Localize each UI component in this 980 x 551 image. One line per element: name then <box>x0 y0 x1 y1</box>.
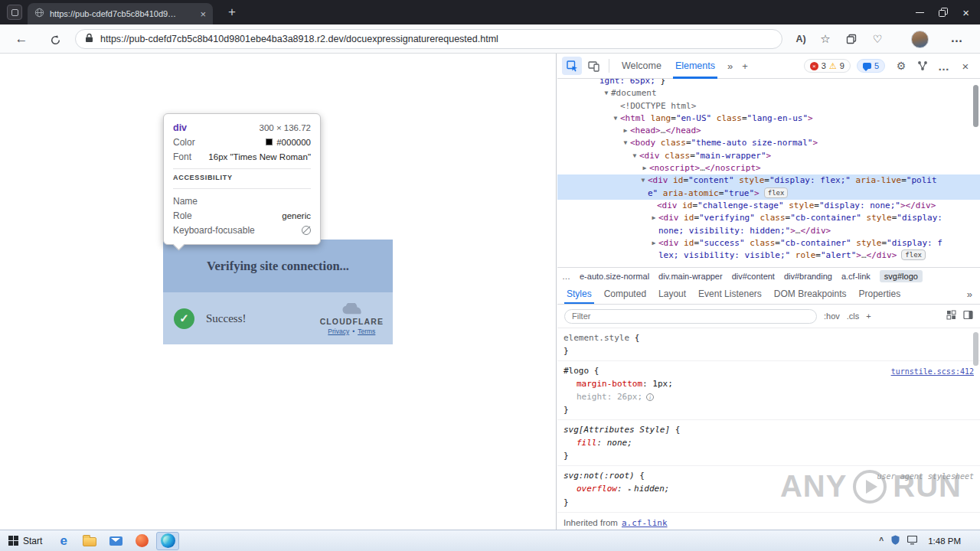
dom-scrollbar-thumb[interactable] <box>973 85 978 127</box>
breadcrumb-item[interactable]: div#content <box>732 272 775 281</box>
styles-scrollbar-thumb[interactable] <box>973 332 978 366</box>
breadcrumb-item[interactable]: svg#logo <box>880 270 923 282</box>
expand-shorthand-icon[interactable]: ▸ <box>628 486 632 493</box>
window-restore-button[interactable] <box>939 8 948 17</box>
dom-tree-line[interactable]: e" aria-atomic="true">flex <box>557 187 980 200</box>
tray-chevron-up-icon[interactable]: ^ <box>879 536 884 545</box>
styles-tab-layout[interactable]: Layout <box>652 284 692 305</box>
dom-tree-line[interactable]: ▶<noscript>…</noscript> <box>557 162 980 174</box>
device-toolbar-icon[interactable] <box>583 57 603 75</box>
styles-tab-properties[interactable]: Properties <box>853 284 907 305</box>
css-property[interactable]: fill: none; <box>564 436 974 449</box>
styles-tab-dom-breakpoints[interactable]: DOM Breakpoints <box>768 284 853 305</box>
dom-tree-line[interactable]: <!DOCTYPE html> <box>557 100 980 112</box>
taskbar-ie-icon[interactable]: e <box>52 532 75 550</box>
css-property[interactable]: height: 26px;i <box>564 390 974 403</box>
tree-expand-arrow[interactable]: ▼ <box>630 150 639 162</box>
styles-filter-input[interactable] <box>564 309 817 324</box>
toggle-class-button[interactable]: .cls <box>847 311 860 321</box>
browser-tab[interactable]: https://pub-cdefd7cb5c8b410d9… × <box>28 3 213 24</box>
tab-actions-icon[interactable] <box>7 5 22 20</box>
settings-menu-icon[interactable]: … <box>948 31 966 48</box>
issues-badge[interactable]: 5 <box>857 59 885 73</box>
style-selector[interactable]: svg:not(:root) <box>564 471 635 481</box>
dom-tree-line[interactable]: ▶<head>…</head> <box>557 125 980 137</box>
styles-tab-styles[interactable]: Styles <box>560 284 598 305</box>
devtools-tab-welcome[interactable]: Welcome <box>615 54 668 79</box>
errors-warnings-badge[interactable]: × 3 ⚠ 9 <box>804 59 851 73</box>
sidebar-toggle-icon[interactable] <box>963 309 973 323</box>
lock-icon[interactable] <box>85 32 93 46</box>
styles-tab-event-listeners[interactable]: Event Listeners <box>692 284 768 305</box>
read-aloud-icon[interactable]: A) <box>792 31 810 48</box>
dom-tree-line[interactable]: ▶<div id="success" class="cb-container" … <box>557 237 980 249</box>
tree-expand-arrow[interactable]: ▶ <box>640 162 649 174</box>
dom-tree-line[interactable]: ▼<div id="content" style="display: flex;… <box>557 174 980 187</box>
tray-network-icon[interactable] <box>907 534 917 548</box>
style-selector[interactable]: element.style <box>564 333 629 343</box>
window-minimize-button[interactable] <box>916 12 924 13</box>
css-property[interactable]: overflow: ▸hidden; <box>564 482 974 496</box>
taskbar-clock[interactable]: 1:48 PM <box>928 536 961 546</box>
devtools-connections-icon[interactable] <box>913 57 933 75</box>
start-button[interactable]: Start <box>0 530 51 551</box>
taskbar-app-orange-icon[interactable] <box>130 532 153 550</box>
styles-tab-computed[interactable]: Computed <box>598 284 652 305</box>
tree-expand-arrow[interactable]: ▼ <box>611 112 620 125</box>
tree-expand-arrow[interactable]: ▶ <box>649 212 658 224</box>
rendering-swatches-icon[interactable] <box>946 309 956 323</box>
tray-shield-icon[interactable] <box>891 534 900 548</box>
tab-close-icon[interactable]: × <box>200 9 206 19</box>
more-tabs-icon[interactable]: » <box>724 60 737 72</box>
taskbar-mail-icon[interactable] <box>104 532 127 550</box>
add-tab-icon[interactable]: + <box>738 60 752 72</box>
dom-tree-line[interactable]: lex; visibility: visible;" role="alert">… <box>557 249 980 262</box>
tree-expand-arrow[interactable]: ▼ <box>602 87 611 99</box>
collections-icon[interactable] <box>842 31 861 48</box>
devtools-tab-elements[interactable]: Elements <box>668 54 722 79</box>
dom-tree-line[interactable]: ▼#document <box>557 87 980 99</box>
privacy-link[interactable]: Privacy <box>328 328 349 335</box>
dom-tree-line[interactable]: ▼<div class="main-wrapper"> <box>557 150 980 162</box>
breadcrumb-overflow-icon[interactable]: … <box>562 272 570 281</box>
css-property[interactable]: margin-bottom: 1px; <box>564 377 974 390</box>
inspect-element-icon[interactable] <box>562 57 582 75</box>
devtools-close-icon[interactable]: × <box>956 57 975 75</box>
address-url[interactable]: https://pub-cdefd7cb5c8b410d9801ebe4ba3a… <box>100 34 498 44</box>
breadcrumb-item[interactable]: a.cf-link <box>841 272 871 281</box>
inherited-link[interactable]: a.cf-link <box>622 518 668 528</box>
cloudflare-branding[interactable]: CLOUDFLARE Privacy • Terms <box>320 302 384 335</box>
new-tab-button[interactable]: + <box>224 4 240 21</box>
tree-expand-arrow[interactable]: ▼ <box>639 174 648 187</box>
style-selector[interactable]: #logo <box>564 366 589 376</box>
devtools-menu-icon[interactable]: … <box>934 57 954 75</box>
profile-avatar[interactable] <box>911 31 929 48</box>
window-close-button[interactable]: × <box>962 7 969 18</box>
style-selector[interactable]: svg[Attributes Style] <box>564 425 670 435</box>
dom-tree-line[interactable]: none; visibility: hidden;">…</div> <box>557 225 980 237</box>
styles-more-tabs-icon[interactable]: » <box>962 289 977 300</box>
taskbar-edge-icon[interactable] <box>156 532 179 550</box>
tree-expand-arrow[interactable]: ▼ <box>621 137 630 149</box>
stylesheet-source-link[interactable]: turnstile.scss:412 <box>891 365 974 378</box>
dom-tree-line[interactable]: ▶<div id="verifying" class="cb-container… <box>557 212 980 224</box>
refresh-button[interactable] <box>46 30 64 48</box>
dom-tree-line[interactable]: ▼<html lang="en-US" class="lang-en-us"> <box>557 112 980 125</box>
browser-essentials-icon[interactable]: ♡ <box>868 31 887 48</box>
new-style-rule-button[interactable]: + <box>866 311 871 321</box>
breadcrumb-item[interactable]: div#branding <box>784 272 832 281</box>
devtools-settings-icon[interactable]: ⚙ <box>891 57 911 75</box>
dom-tree-line[interactable]: ▼<body class="theme-auto size-normal"> <box>557 137 980 149</box>
taskbar-file-explorer-icon[interactable] <box>78 532 101 550</box>
toggle-hover-state-button[interactable]: :hov <box>824 311 840 321</box>
flex-badge[interactable]: flex <box>901 249 926 260</box>
address-bar[interactable]: https://pub-cdefd7cb5c8b410d9801ebe4ba3a… <box>75 29 782 49</box>
dom-tree-line[interactable]: ight: 65px; } <box>557 79 980 87</box>
terms-link[interactable]: Terms <box>358 328 375 335</box>
dom-tree-line[interactable]: <div id="challenge-stage" style="display… <box>557 200 980 212</box>
back-button[interactable]: ← <box>12 30 31 48</box>
breadcrumb-item[interactable]: div.main-wrapper <box>658 272 723 281</box>
flex-badge[interactable]: flex <box>764 187 789 198</box>
breadcrumb-item[interactable]: e-auto.size-normal <box>580 272 649 281</box>
tree-expand-arrow[interactable]: ▶ <box>621 125 630 137</box>
